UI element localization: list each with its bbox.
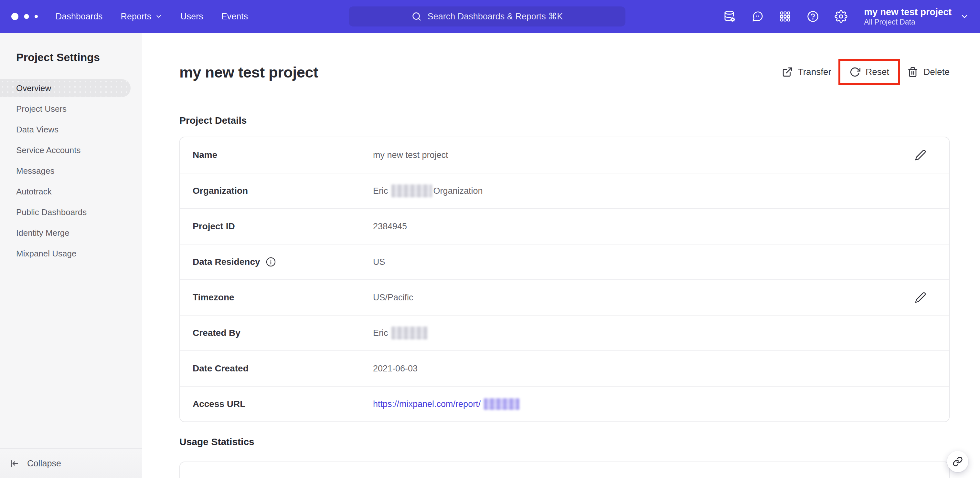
nav-dashboards-label: Dashboards — [56, 12, 103, 22]
settings-gear-button[interactable] — [835, 10, 848, 23]
sidebar-item-service-accounts[interactable]: Service Accounts — [0, 140, 142, 160]
transfer-label: Transfer — [798, 67, 831, 77]
access-url-link[interactable]: https://mixpanel.com/report/ — [373, 398, 521, 410]
row-value: Eric — [373, 186, 388, 196]
main-content: my new test project Transfer Reset — [142, 33, 980, 478]
primary-nav: Dashboards Reports Users Events — [56, 12, 248, 22]
transfer-button[interactable]: Transfer — [782, 67, 831, 78]
section-title-usage-statistics: Usage Statistics — [180, 436, 980, 447]
mixpanel-logo[interactable] — [10, 10, 44, 23]
delete-label: Delete — [923, 67, 950, 77]
collapse-label: Collapse — [27, 459, 61, 468]
nav-reports[interactable]: Reports — [121, 12, 162, 22]
sidebar-item-label: Autotrack — [16, 187, 52, 197]
pencil-icon — [915, 149, 926, 161]
edit-name-button[interactable] — [915, 149, 926, 161]
row-label: Created By — [192, 328, 240, 338]
sidebar-item-label: Overview — [16, 83, 51, 93]
sidebar-item-label: Data Views — [16, 125, 59, 135]
sidebar-item-label: Public Dashboards — [16, 207, 87, 218]
row-label: Data Residency — [192, 257, 260, 267]
project-switcher-name: my new test project — [864, 6, 951, 18]
sidebar-nav: Overview Project Users Data Views Servic… — [0, 79, 142, 264]
search-placeholder: Search Dashboards & Reports ⌘K — [428, 11, 563, 22]
app-grid-icon — [779, 10, 791, 22]
detail-row-name: Name my new test project — [180, 137, 949, 173]
chevron-down-icon — [155, 13, 162, 20]
messages-icon — [751, 10, 764, 22]
row-value: US — [373, 257, 385, 267]
help-icon — [807, 10, 819, 23]
sidebar-item-label: Project Users — [16, 104, 67, 114]
sidebar-item-public-dashboards[interactable]: Public Dashboards — [0, 202, 142, 222]
row-label: Access URL — [192, 399, 245, 409]
copy-link-button[interactable] — [947, 451, 968, 472]
redacted-blur — [484, 398, 519, 410]
nav-users[interactable]: Users — [180, 12, 203, 22]
row-value: 2384945 — [373, 222, 407, 232]
sidebar-item-overview[interactable]: Overview — [0, 79, 130, 97]
row-label: Name — [192, 150, 217, 160]
sidebar-item-autotrack[interactable]: Autotrack — [0, 181, 142, 202]
sidebar-item-project-users[interactable]: Project Users — [0, 98, 142, 119]
sidebar-item-mixpanel-usage[interactable]: Mixpanel Usage — [0, 243, 142, 264]
detail-row-created-by: Created By Eric — [180, 315, 949, 351]
settings-sidebar: Project Settings Overview Project Users … — [0, 33, 142, 478]
data-management-icon — [723, 10, 736, 23]
detail-row-data-residency: Data Residency US — [180, 244, 949, 279]
reset-icon — [850, 67, 861, 78]
delete-button[interactable]: Delete — [907, 67, 950, 78]
nav-events-label: Events — [221, 12, 248, 22]
redacted-blur — [391, 184, 432, 197]
row-value: Organization — [433, 186, 483, 196]
sidebar-item-label: Messages — [16, 166, 55, 176]
sidebar-item-label: Mixpanel Usage — [16, 249, 76, 259]
transfer-icon — [782, 67, 793, 78]
row-value: Eric — [373, 328, 388, 338]
nav-reports-label: Reports — [121, 12, 151, 22]
usage-statistics-card — [180, 462, 950, 478]
global-search-input[interactable]: Search Dashboards & Reports ⌘K — [349, 6, 625, 27]
messages-button[interactable] — [751, 10, 764, 22]
detail-row-timezone: Timezone US/Pacific — [180, 279, 949, 315]
project-switcher-text: my new test project All Project Data — [864, 6, 951, 27]
edit-timezone-button[interactable] — [915, 292, 926, 303]
help-button[interactable] — [807, 10, 819, 23]
app-grid-button[interactable] — [779, 10, 791, 22]
sidebar-item-data-views[interactable]: Data Views — [0, 119, 142, 140]
project-switcher-scope: All Project Data — [864, 18, 951, 27]
nav-users-label: Users — [180, 12, 203, 22]
top-navbar: Dashboards Reports Users Events Search D… — [0, 0, 980, 33]
project-details-card: Name my new test project Organization Er… — [180, 137, 950, 422]
sidebar-item-label: Service Accounts — [16, 145, 81, 156]
nav-dashboards[interactable]: Dashboards — [56, 12, 103, 22]
sidebar-item-messages[interactable]: Messages — [0, 160, 142, 181]
row-label: Organization — [192, 186, 248, 196]
row-label: Project ID — [192, 221, 235, 232]
data-management-button[interactable] — [723, 10, 736, 23]
annotation-highlight: Reset — [838, 59, 900, 85]
sidebar-item-identity-merge[interactable]: Identity Merge — [0, 222, 142, 243]
sidebar-collapse-button[interactable]: Collapse — [0, 448, 142, 478]
search-icon — [412, 11, 422, 22]
reset-button[interactable]: Reset — [850, 67, 889, 78]
navbar-right: my new test project All Project Data — [723, 0, 969, 33]
info-icon[interactable] — [266, 256, 276, 267]
settings-gear-icon — [835, 10, 848, 23]
detail-row-date-created: Date Created 2021-06-03 — [180, 351, 949, 386]
link-icon — [953, 456, 963, 467]
detail-row-organization: Organization Eric Organization — [180, 173, 949, 208]
nav-events[interactable]: Events — [221, 12, 248, 22]
row-label: Date Created — [192, 363, 248, 374]
collapse-icon — [9, 458, 19, 468]
project-switcher[interactable]: my new test project All Project Data — [864, 6, 969, 27]
row-value: my new test project — [373, 150, 448, 160]
delete-icon — [907, 67, 918, 78]
redacted-blur — [391, 327, 428, 340]
chevron-down-icon — [960, 12, 969, 21]
section-title-project-details: Project Details — [180, 115, 980, 126]
row-value: US/Pacific — [373, 292, 414, 303]
sidebar-item-label: Identity Merge — [16, 228, 70, 238]
mixpanel-logo-icon — [10, 10, 44, 23]
sidebar-title: Project Settings — [16, 51, 142, 64]
